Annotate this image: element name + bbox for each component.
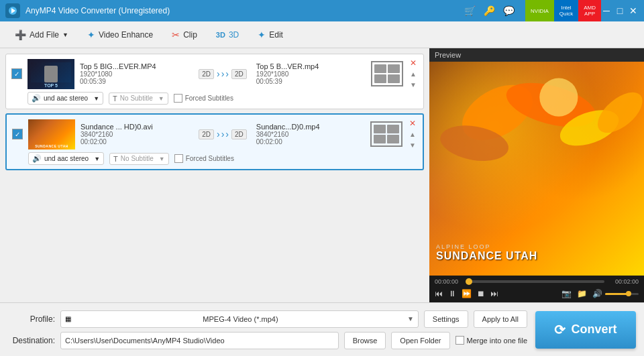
audio-select-2[interactable]: 🔊 und aac stereo ▼ bbox=[28, 152, 104, 165]
down-btn-2[interactable]: ▼ bbox=[408, 140, 417, 150]
amd-btn[interactable]: AMD APP bbox=[578, 0, 601, 21]
minimize-btn[interactable]: ─ bbox=[601, 5, 612, 16]
play-pause-btn[interactable]: ⏸ bbox=[448, 289, 456, 298]
progress-track[interactable] bbox=[469, 280, 604, 283]
app-title: AnyMP4 Video Converter (Unregistered) bbox=[25, 6, 464, 15]
up-btn-1[interactable]: ▲ bbox=[409, 69, 418, 78]
browse-button[interactable]: Browse bbox=[344, 332, 386, 349]
arrow-4: › bbox=[217, 129, 220, 139]
folder-btn[interactable]: 📁 bbox=[577, 289, 587, 298]
profile-row: Profile: ▦ MPEG-4 Video (*.mp4) ▼ Settin… bbox=[8, 310, 527, 328]
subtitle-arrow-2: ▼ bbox=[159, 156, 165, 162]
progress-thumb bbox=[466, 278, 472, 285]
chat-icon[interactable]: 💬 bbox=[503, 5, 515, 16]
arrow-6: › bbox=[225, 129, 229, 139]
convert-icon: ⟳ bbox=[554, 322, 566, 338]
skip-forward-btn[interactable]: ⏭ bbox=[490, 289, 498, 298]
destination-input[interactable] bbox=[60, 332, 339, 349]
forced-sub-1: Forced Subtitles bbox=[174, 94, 233, 103]
apply-all-button[interactable]: Apply to All bbox=[474, 310, 527, 328]
profile-arrow: ▼ bbox=[407, 315, 414, 322]
badge-2d-out-2: 2D bbox=[231, 129, 247, 139]
side-controls-2: ✕ ▲ ▼ bbox=[408, 119, 417, 150]
fast-forward-btn[interactable]: ⏩ bbox=[462, 289, 472, 298]
format-icon-1[interactable] bbox=[371, 61, 403, 86]
remove-btn-1[interactable]: ✕ bbox=[409, 58, 418, 68]
edit-button[interactable]: ✦ Edit bbox=[251, 27, 290, 43]
audio-select-1[interactable]: 🔊 und aac stereo ▼ bbox=[28, 92, 103, 105]
add-file-button[interactable]: ➕ Add File ▼ bbox=[8, 27, 75, 43]
profile-select[interactable]: ▦ MPEG-4 Video (*.mp4) ▼ bbox=[60, 310, 419, 328]
close-btn[interactable]: ✕ bbox=[628, 5, 639, 16]
file-item-bottom-2: 🔊 und aac stereo ▼ T No Subtitle ▼ Force… bbox=[12, 152, 417, 165]
subtitle-arrow-1: ▼ bbox=[158, 95, 164, 102]
file-dur-1: 00:05:39 bbox=[80, 78, 189, 85]
title-icons: 🛒 🔑 💬 bbox=[464, 5, 515, 16]
subtitle-icon-1: T bbox=[113, 95, 117, 103]
file-item-top-2: ✓ SUNDANCE UTAH Sundance ... HD)0.avi 38… bbox=[12, 119, 417, 150]
volume-track[interactable] bbox=[605, 293, 639, 295]
clip-button[interactable]: ✂ Clip bbox=[165, 27, 204, 43]
audio-icon-1: 🔊 bbox=[32, 94, 41, 103]
subtitle-icon-2: T bbox=[113, 155, 118, 163]
progress-bar-container: 00:00:00 00:02:00 bbox=[435, 278, 639, 285]
volume-control: 🔊 bbox=[592, 289, 639, 298]
gpu-buttons: NVIDIA Intel Quick AMD APP bbox=[525, 0, 601, 21]
time-current: 00:00:00 bbox=[435, 278, 465, 285]
file-info-2: Sundance ... HD)0.avi 3840*2160 00:02:00 bbox=[80, 123, 189, 145]
convert-button[interactable]: ⟳ Convert bbox=[535, 311, 636, 349]
forced-cb-2[interactable] bbox=[174, 154, 183, 163]
intel-btn[interactable]: Intel Quick bbox=[554, 0, 578, 21]
subtitle-select-2[interactable]: T No Subtitle ▼ bbox=[109, 153, 169, 165]
time-total: 00:02:00 bbox=[608, 278, 639, 285]
remove-btn-2[interactable]: ✕ bbox=[408, 119, 417, 128]
title-bar: AnyMP4 Video Converter (Unregistered) 🛒 … bbox=[0, 0, 644, 21]
player-controls: 00:00:00 00:02:00 ⏮ ⏸ ⏩ ⏹ ⏭ 📷 📁 🔊 bbox=[429, 276, 644, 302]
file-checkbox-1[interactable]: ✓ bbox=[11, 68, 22, 79]
output-name-2: Sundanc...D)0.mp4 bbox=[256, 123, 365, 131]
merge-checkbox[interactable] bbox=[455, 336, 464, 345]
convert-label: Convert bbox=[571, 322, 616, 337]
nvidia-btn[interactable]: NVIDIA bbox=[525, 0, 554, 21]
arrow-2: › bbox=[221, 68, 225, 79]
volume-icon[interactable]: 🔊 bbox=[592, 289, 602, 298]
store-icon[interactable]: 🛒 bbox=[464, 5, 476, 16]
format-icon-2[interactable] bbox=[370, 121, 402, 147]
profile-label: Profile: bbox=[8, 314, 55, 324]
output-name-1: Top 5 B...VER.mp4 bbox=[256, 62, 366, 70]
video-enhance-button[interactable]: ✦ Video Enhance bbox=[80, 27, 160, 43]
settings-button[interactable]: Settings bbox=[424, 310, 468, 328]
file-dur-2: 00:02:00 bbox=[80, 138, 189, 145]
output-dur-2: 00:02:00 bbox=[256, 138, 365, 145]
file-name-2: Sundance ... HD)0.avi bbox=[80, 123, 189, 131]
preview-title: SUNDANCE UTAH bbox=[436, 250, 537, 262]
3d-button[interactable]: 3D 3D bbox=[209, 27, 246, 42]
output-res-1: 1920*1080 bbox=[256, 70, 366, 78]
stop-btn[interactable]: ⏹ bbox=[477, 289, 485, 298]
forced-cb-1[interactable] bbox=[174, 94, 182, 103]
key-icon[interactable]: 🔑 bbox=[484, 5, 495, 16]
badge-2d-in-2: 2D bbox=[199, 129, 214, 139]
open-folder-button[interactable]: Open Folder bbox=[391, 332, 449, 349]
main-content: ✓ TOP 5 Top 5 BIG...EVER.MP4 1920*1080 0… bbox=[0, 48, 644, 302]
file-res-1: 1920*1080 bbox=[80, 70, 189, 78]
skip-back-btn[interactable]: ⏮ bbox=[435, 289, 443, 298]
output-info-1: Top 5 B...VER.mp4 1920*1080 00:05:39 bbox=[256, 62, 366, 85]
svg-point-7 bbox=[539, 78, 578, 117]
profile-value: MPEG-4 Video (*.mp4) bbox=[203, 315, 278, 323]
arrow-icons-2: › › › bbox=[217, 129, 229, 139]
maximize-btn[interactable]: □ bbox=[614, 5, 625, 16]
forced-sub-2: Forced Subtitles bbox=[174, 154, 234, 163]
file-item-top: ✓ TOP 5 Top 5 BIG...EVER.MP4 1920*1080 0… bbox=[11, 58, 418, 89]
3d-icon: 3D bbox=[216, 31, 225, 39]
down-btn-1[interactable]: ▼ bbox=[409, 80, 418, 89]
clip-icon: ✂ bbox=[172, 29, 180, 40]
file-checkbox-2[interactable]: ✓ bbox=[12, 129, 23, 139]
bottom-settings: Profile: ▦ MPEG-4 Video (*.mp4) ▼ Settin… bbox=[8, 310, 527, 349]
preview-video: ALPINE LOOP SUNDANCE UTAH bbox=[429, 62, 644, 276]
screenshot-btn[interactable]: 📷 bbox=[561, 289, 572, 298]
subtitle-select-1[interactable]: T No Subtitle ▼ bbox=[109, 93, 168, 105]
audio-arrow-2: ▼ bbox=[94, 156, 100, 162]
up-btn-2[interactable]: ▲ bbox=[408, 129, 417, 139]
arrow-icons-1: › › › bbox=[217, 68, 229, 79]
